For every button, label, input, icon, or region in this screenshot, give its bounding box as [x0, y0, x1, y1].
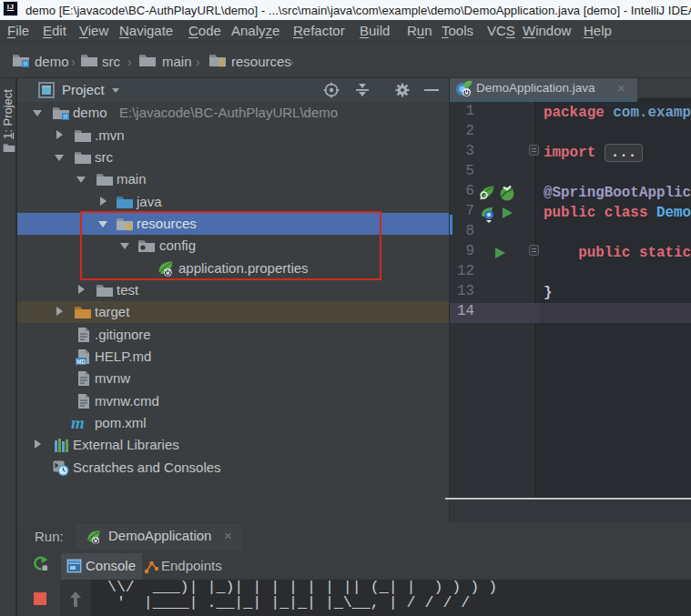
svg-text:MD: MD — [76, 358, 86, 365]
svg-text:m: m — [71, 413, 85, 432]
